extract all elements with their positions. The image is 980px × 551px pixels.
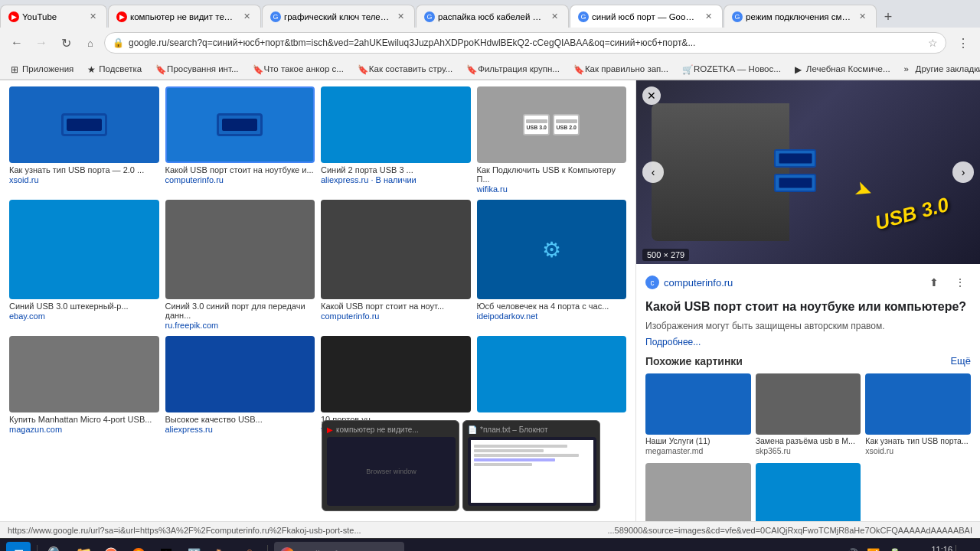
- tab-close-tab2[interactable]: ✕: [240, 11, 253, 23]
- home-button[interactable]: ⌂: [80, 32, 101, 54]
- taskbar-sys-icons: RU 🔊 📶 🔋 11:16 05.06.2020 ▭: [822, 545, 974, 552]
- taskbar-search-icon[interactable]: 🔍: [44, 542, 68, 552]
- detail-more-item-1[interactable]: [756, 463, 861, 521]
- tab-tab1[interactable]: ▶ YouTube ✕: [0, 5, 107, 28]
- reload-button[interactable]: ↻: [55, 32, 77, 54]
- taskbar-keyboard-icon[interactable]: RU: [822, 545, 840, 552]
- detail-close-button[interactable]: ✕: [642, 86, 661, 105]
- similar-thumb-0: [645, 373, 751, 435]
- bookmark-item-3[interactable]: 🔖Что такое анкор с...: [248, 63, 348, 75]
- similar-more-link[interactable]: Ещё: [950, 355, 971, 367]
- tab-tab6[interactable]: G режим подключения смар... ✕: [724, 5, 877, 28]
- image-item-r12[interactable]: [477, 336, 627, 434]
- image-item-r4[interactable]: USB 3.0 USB 2.0 Как Подключить USB к Ком…: [477, 86, 627, 194]
- tab-close-tab6[interactable]: ✕: [856, 11, 868, 23]
- image-thumb-r4: USB 3.0 USB 2.0: [477, 86, 627, 163]
- usb-label: USB 3.0: [872, 193, 951, 235]
- address-input[interactable]: [129, 37, 923, 48]
- image-item-r7[interactable]: Какой USB порт стоит на ноут... computer…: [321, 200, 471, 330]
- image-caption-r1: Как узнать тип USB порта — 2.0 ...: [9, 165, 159, 174]
- tab-title-tab4: распайка юсб кабелей для...: [438, 12, 545, 21]
- browser-menu-button[interactable]: ⋮: [952, 32, 974, 54]
- back-button[interactable]: ←: [6, 32, 28, 54]
- image-item-r9[interactable]: Купить Manhattan Micro 4-port USB... mag…: [9, 336, 159, 434]
- taskbar-separator-2: [267, 545, 268, 552]
- bookmark-item-8[interactable]: ▶Лечебная Космиче...: [790, 63, 895, 75]
- similar-item-0[interactable]: Наши Услуги (11) megamaster.md: [645, 373, 751, 456]
- tooltip-window-1[interactable]: 📄 *план.txt – Блокнот: [462, 420, 600, 511]
- image-thumb-r8: ⚙: [477, 200, 627, 299]
- image-source-r2: computerinfo.ru: [165, 175, 315, 184]
- taskbar-show-desktop[interactable]: ▭: [956, 545, 974, 552]
- image-caption-r5: Синий USB 3.0 штекерный-р...: [9, 302, 159, 311]
- detail-more-button[interactable]: ⋮: [949, 272, 971, 293]
- image-item-r8[interactable]: ⚙ Юсб человечек на 4 порта с час... idei…: [477, 200, 627, 330]
- new-tab-button[interactable]: +: [877, 6, 899, 28]
- taskbar-firefox-icon[interactable]: [126, 542, 151, 552]
- taskbar-icon-6[interactable]: 🔠: [181, 542, 206, 552]
- similar-item-1[interactable]: Замена разъёма usb в М... skp365.ru: [756, 373, 861, 456]
- detail-size-label: 500 × 279: [642, 249, 689, 261]
- similar-item-2[interactable]: Как узнать тип USB порта... xsoid.ru: [865, 373, 971, 456]
- image-item-r1[interactable]: Как узнать тип USB порта — 2.0 ... xsoid…: [9, 86, 159, 194]
- bm-label-8: Лечебная Космиче...: [806, 64, 890, 73]
- taskbar-network-icon[interactable]: 📶: [864, 545, 883, 552]
- bookmark-item-6[interactable]: 🔖Как правильно зап...: [569, 63, 673, 75]
- tab-close-tab3[interactable]: ✕: [394, 11, 407, 23]
- start-button[interactable]: ⊞: [6, 542, 31, 552]
- similar-caption-2: Как узнать тип USB порта...: [865, 436, 971, 447]
- bm-label-3: Что такое анкор с...: [264, 64, 344, 73]
- bookmark-item-4[interactable]: 🔖Как составить стру...: [353, 63, 457, 75]
- taskbar: ⊞ 🔍 📁 🅰 🔠 🐎 💼 синий юсб порт — Google RU…: [0, 538, 980, 551]
- taskbar-volume-icon[interactable]: 🔊: [843, 545, 861, 552]
- detail-prev-button[interactable]: ‹: [642, 161, 664, 183]
- detail-more-item-0[interactable]: [645, 463, 751, 521]
- detail-source[interactable]: c computerinfo.ru: [645, 276, 733, 289]
- taskbar-icon-5[interactable]: 🅰: [154, 542, 178, 552]
- tab-close-tab4[interactable]: ✕: [548, 11, 560, 23]
- detail-more-link[interactable]: Подробнее...: [645, 337, 701, 347]
- tab-tab3[interactable]: G графический ключ телефо... ✕: [262, 5, 415, 28]
- bookmark-item-9[interactable]: »Другие закладки: [900, 63, 980, 75]
- image-item-r2[interactable]: Какой USB порт стоит на ноутбуке и... co…: [165, 86, 315, 194]
- taskbar-browser-icon[interactable]: [99, 542, 123, 552]
- bm-favicon-2: 🔖: [155, 64, 165, 73]
- image-item-r11[interactable]: 10 портов yu... teknistore.com: [321, 336, 471, 434]
- bm-favicon-0: ⊞: [11, 64, 20, 73]
- tab-tab4[interactable]: G распайка юсб кабелей для... ✕: [416, 5, 569, 28]
- status-url-left: https://www.google.ru/url?sa=i&url=https…: [8, 526, 361, 535]
- image-item-r3[interactable]: Синий 2 порта USB 3 ... aliexpress.ru · …: [321, 86, 471, 194]
- image-caption-r10: Высокое качество USB...: [165, 415, 315, 424]
- image-item-r5[interactable]: Синий USB 3.0 штекерный-р... ebay.com: [9, 200, 159, 330]
- bm-favicon-4: 🔖: [358, 64, 367, 73]
- tab-close-tab1[interactable]: ✕: [87, 11, 99, 23]
- tab-tab5[interactable]: G синий юсб порт — Google ... ✕: [570, 5, 723, 28]
- bookmark-item-1[interactable]: ★Подсветка: [83, 63, 146, 75]
- tab-title-tab1: YouTube: [22, 12, 83, 21]
- bookmark-item-5[interactable]: 🔖Фильтрация крупн...: [462, 63, 564, 75]
- forward-button[interactable]: →: [31, 32, 52, 54]
- tab-title-tab3: графический ключ телефо...: [284, 12, 391, 21]
- detail-next-button[interactable]: ›: [952, 161, 974, 183]
- tab-favicon-tab3: G: [270, 11, 281, 22]
- tooltip-window-0[interactable]: ▶ компьютер не видите... Browser window: [322, 420, 459, 511]
- bookmark-item-7[interactable]: 🛒ROZETKA — Новос...: [678, 63, 786, 75]
- tab-tab2[interactable]: ▶ компьютер не видит телефо... ✕: [108, 5, 261, 28]
- taskbar-icon-8[interactable]: 💼: [237, 542, 261, 552]
- taskbar-icon-7[interactable]: 🐎: [209, 542, 234, 552]
- image-item-r10[interactable]: Высокое качество USB... aliexpress.ru: [165, 336, 315, 434]
- taskbar-files-icon[interactable]: 📁: [71, 542, 96, 552]
- tooltip-icon-0: ▶: [327, 425, 333, 434]
- bookmark-item-0[interactable]: ⊞Приложения: [6, 63, 78, 75]
- image-item-r6[interactable]: Синий 3.0 синий порт для передачи данн..…: [165, 200, 315, 330]
- image-thumb-r5: [9, 200, 159, 299]
- taskbar-battery-icon[interactable]: 🔋: [886, 545, 904, 552]
- star-bookmark-icon[interactable]: ☆: [928, 37, 938, 49]
- tab-close-tab5[interactable]: ✕: [702, 11, 714, 23]
- bookmark-item-2[interactable]: 🔖Просування инт...: [151, 63, 243, 75]
- nav-bar: ← → ↻ ⌂ 🔒 ☆ ⋮: [0, 28, 980, 58]
- taskbar-window-chrome[interactable]: синий юсб порт — Google: [274, 542, 404, 552]
- detail-share-button[interactable]: ⬆: [923, 272, 945, 293]
- detail-image-container: USB 3.0 ➤ ✕ ‹ › 500 × 279: [636, 80, 980, 264]
- tooltip-preview-0: Browser window: [327, 437, 456, 506]
